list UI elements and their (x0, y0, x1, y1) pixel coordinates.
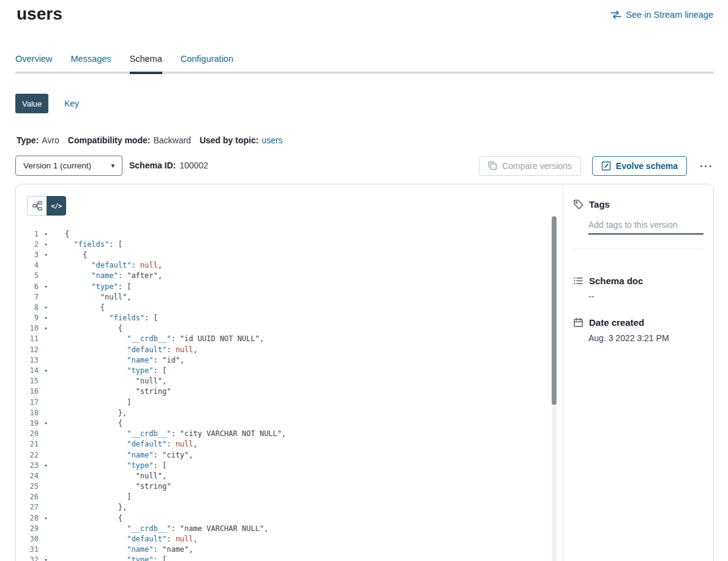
fold-arrow-icon[interactable]: ▾ (39, 231, 53, 237)
line-number: 15 (16, 377, 39, 385)
code-editor[interactable]: 1▾{2▾ "fields": [3▾ {4 "default": null,5… (16, 216, 547, 561)
line-number: 8 (16, 303, 39, 312)
code-text: "__crdb__": "id UUID NOT NULL", (53, 334, 264, 343)
line-number: 7 (16, 293, 39, 301)
code-text: "default": null, (53, 345, 198, 354)
line-number: 4 (16, 261, 39, 269)
tags-title: Tags (589, 199, 610, 209)
sidebar-divider (573, 249, 704, 249)
code-text: { (53, 324, 122, 333)
code-text: "default": null, (53, 261, 162, 269)
compare-versions-icon (488, 161, 497, 170)
line-number: 11 (16, 334, 39, 343)
line-number: 32 (16, 555, 39, 561)
line-number: 2 (16, 240, 39, 249)
compatibility-meta: Compatibility mode:Backward (68, 135, 191, 145)
fold-arrow-icon[interactable]: ▾ (39, 515, 53, 521)
compatibility-label: Compatibility mode: (68, 135, 151, 145)
code-line: 9▾ "fields": [ (16, 313, 547, 323)
fold-arrow-icon[interactable]: ▾ (39, 367, 53, 374)
compare-versions-label: Compare versions (502, 161, 572, 171)
code-line: 11 "__crdb__": "id UUID NOT NULL", (16, 334, 547, 344)
line-number: 17 (16, 398, 39, 407)
line-number: 10 (16, 324, 39, 333)
line-number: 16 (16, 387, 39, 396)
code-text: "null", (53, 377, 167, 385)
tree-view-icon (32, 201, 42, 211)
code-text: ] (53, 492, 131, 501)
code-line: 6▾ "type": [ (16, 281, 547, 292)
value-toggle-button[interactable]: Value (15, 94, 48, 113)
tab-schema[interactable]: Schema (130, 54, 162, 74)
code-line: 30 "default": null, (16, 533, 547, 544)
compare-versions-button[interactable]: Compare versions (479, 156, 581, 176)
code-region: </> 1▾{2▾ "fields": [3▾ {4 "default": nu… (16, 184, 563, 561)
code-text: "name": "name", (53, 545, 193, 554)
tab-divider (15, 72, 714, 74)
tree-view-button[interactable] (27, 196, 47, 216)
code-line: 25 "string" (16, 481, 547, 492)
details-sidebar: Tags Schema doc -- Date created Aug. 3 2… (563, 184, 713, 561)
fold-arrow-icon[interactable]: ▾ (39, 325, 53, 331)
code-line: 21 "default": null, (16, 439, 547, 450)
line-number: 30 (16, 535, 39, 543)
code-lines: 1▾{2▾ "fields": [3▾ {4 "default": null,5… (16, 228, 547, 561)
code-line: 23▾ "type": [ (16, 460, 547, 470)
stream-lineage-label: See in Stream lineage (626, 10, 713, 20)
code-line: 10▾ { (16, 323, 547, 334)
code-view-button[interactable]: </> (47, 196, 66, 216)
code-line: 24 "null", (16, 470, 547, 481)
code-text: "name": "after", (53, 271, 162, 280)
code-text: "type": [ (53, 461, 167, 470)
line-number: 13 (16, 356, 39, 364)
more-options-button[interactable]: ⋯ (698, 157, 714, 175)
line-number: 6 (16, 282, 39, 291)
version-select[interactable]: Version 1 (current) ▾ (15, 156, 122, 176)
fold-arrow-icon[interactable]: ▾ (39, 315, 53, 321)
fold-arrow-icon[interactable]: ▾ (39, 241, 53, 247)
line-number: 9 (16, 314, 39, 322)
code-line: 14▾ "type": [ (16, 365, 547, 375)
version-bar: Version 1 (current) ▾ Schema ID:100002 C… (15, 156, 714, 176)
scrollbar-thumb[interactable] (552, 216, 557, 405)
evolve-schema-button[interactable]: Evolve schema (592, 156, 687, 176)
date-created-title: Date created (589, 317, 644, 328)
code-line: 19▾ { (16, 418, 547, 428)
code-text: "null", (53, 293, 131, 301)
topic-label: Used by topic: (200, 135, 258, 145)
code-line: 31 "name": "name", (16, 544, 547, 555)
add-tags-input[interactable] (588, 216, 704, 235)
code-text: "name": "id", (53, 356, 184, 364)
code-line: 29 "__crdb__": "name VARCHAR NULL", (16, 523, 547, 533)
calendar-icon (573, 317, 584, 328)
fold-arrow-icon[interactable]: ▾ (39, 557, 53, 561)
code-line: 8▾ { (16, 302, 547, 312)
line-number: 31 (16, 545, 39, 554)
fold-arrow-icon[interactable]: ▾ (39, 304, 53, 311)
topic-link[interactable]: users (261, 135, 282, 145)
stream-lineage-link[interactable]: See in Stream lineage (610, 10, 713, 20)
key-toggle-button[interactable]: Key (64, 94, 79, 113)
compatibility-value: Backward (153, 135, 190, 145)
line-number: 26 (16, 492, 39, 501)
fold-arrow-icon[interactable]: ▾ (39, 462, 53, 469)
code-text: "default": null, (53, 440, 198, 448)
code-text: }, (53, 503, 127, 511)
code-text: "string" (53, 482, 171, 491)
code-line: 28▾ { (16, 513, 547, 523)
tag-icon (573, 199, 584, 209)
code-view-icon: </> (51, 202, 61, 209)
line-number: 14 (16, 366, 39, 375)
schema-meta: Type:Avro Compatibility mode:Backward Us… (17, 135, 283, 145)
schema-doc-value: -- (588, 292, 594, 301)
line-number: 22 (16, 451, 39, 459)
code-line: 5 "name": "after", (16, 271, 547, 281)
code-line: 17 ] (16, 397, 547, 407)
fold-arrow-icon[interactable]: ▾ (39, 420, 53, 426)
date-created-header: Date created (573, 317, 644, 328)
page-title: users (17, 4, 62, 24)
fold-arrow-icon[interactable]: ▾ (39, 284, 53, 290)
fold-arrow-icon[interactable]: ▾ (39, 252, 53, 258)
scrollbar-track[interactable] (552, 216, 557, 561)
code-text: "type": [ (53, 282, 131, 291)
